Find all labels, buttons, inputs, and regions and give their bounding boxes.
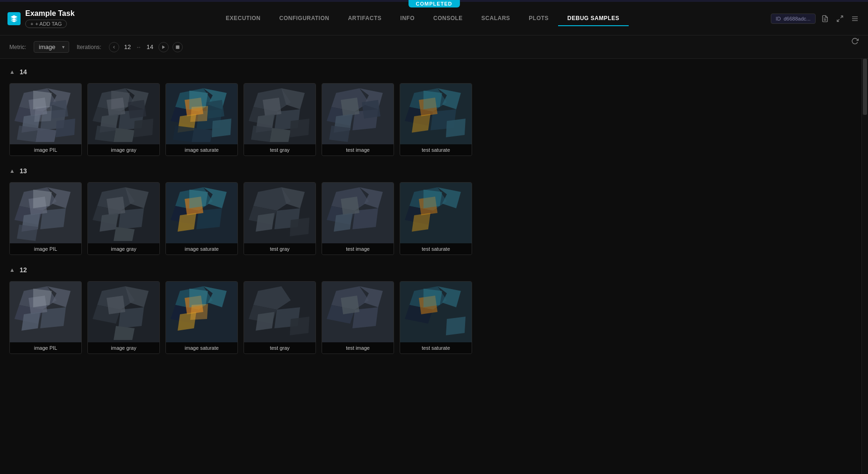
svg-marker-47 <box>190 106 208 122</box>
menu-button[interactable] <box>849 13 861 24</box>
image-card-12-4[interactable]: test image <box>322 281 394 354</box>
iteration-section-14: ▲ 14 <box>9 68 859 156</box>
svg-marker-66 <box>329 126 350 142</box>
chevron-icon-14: ▲ <box>9 69 15 75</box>
iterations-label: Iterations: <box>77 44 101 50</box>
image-card-12-3[interactable]: test gray <box>244 281 316 354</box>
header-right: ID d6688adc... <box>771 13 861 24</box>
svg-marker-149 <box>256 312 274 331</box>
image-grid-14: image PIL <box>9 83 859 156</box>
scrollbar-thumb[interactable] <box>863 59 867 115</box>
svg-marker-107 <box>290 218 309 236</box>
tab-console[interactable]: CONSOLE <box>424 11 472 26</box>
svg-marker-45 <box>212 119 231 137</box>
scrollbar-track[interactable] <box>861 59 868 474</box>
svg-marker-64 <box>362 100 380 119</box>
image-thumbnail-12-3 <box>244 282 316 342</box>
section-num-12: 12 <box>20 266 27 274</box>
image-label-14-5: test saturate <box>400 144 472 156</box>
svg-marker-120 <box>412 213 430 232</box>
image-card-14-5[interactable]: test saturate <box>400 83 472 156</box>
metric-select-wrapper: image <box>34 41 69 53</box>
image-label-12-0: image PIL <box>10 342 81 354</box>
svg-marker-43 <box>173 126 194 142</box>
svg-marker-18 <box>17 126 38 142</box>
image-thumbnail-14-4 <box>322 84 394 144</box>
tab-plots[interactable]: PLOTS <box>519 11 558 26</box>
add-tag-label: + ADD TAG <box>35 21 62 27</box>
section-header-14[interactable]: ▲ 14 <box>9 68 859 76</box>
stop-button[interactable] <box>172 42 183 52</box>
image-label-12-2: image saturate <box>166 342 237 354</box>
image-card-12-2[interactable]: image saturate <box>165 281 238 354</box>
image-label-14-1: image gray <box>88 144 159 156</box>
svg-marker-75 <box>423 91 442 109</box>
image-card-12-1[interactable]: image gray <box>87 281 160 354</box>
tab-execution[interactable]: EXECUTION <box>216 11 270 26</box>
image-thumbnail-13-2 <box>166 183 238 243</box>
section-header-12[interactable]: ▲ 12 <box>9 266 859 274</box>
debug-toolbar: Metric: image Iterations: 12 ↔ 14 <box>0 35 868 59</box>
logo-icon <box>10 14 18 23</box>
image-card-14-1[interactable]: image gray <box>87 83 160 156</box>
image-thumbnail-13-5 <box>400 183 472 243</box>
add-tag-button[interactable]: + + ADD TAG <box>25 20 67 28</box>
task-title: Example Task <box>25 9 75 18</box>
tab-artifacts[interactable]: ARTIFACTS <box>338 11 391 26</box>
svg-marker-84 <box>33 190 52 208</box>
image-card-13-0[interactable]: image PIL <box>9 182 82 255</box>
svg-marker-150 <box>290 317 309 335</box>
image-thumbnail-14-1 <box>88 84 160 144</box>
iteration-separator: ↔ <box>136 44 142 50</box>
hamburger-icon <box>851 15 859 22</box>
image-card-13-1[interactable]: image gray <box>87 182 160 255</box>
image-card-13-5[interactable]: test saturate <box>400 182 472 255</box>
svg-marker-91 <box>100 213 118 232</box>
image-thumbnail-13-3 <box>244 183 316 243</box>
expand-button[interactable] <box>834 13 846 24</box>
svg-line-3 <box>840 16 843 18</box>
image-card-14-0[interactable]: image PIL <box>9 83 82 156</box>
image-label-13-1: image gray <box>88 243 159 255</box>
svg-marker-156 <box>341 296 359 314</box>
iteration-section-13: ▲ 13 image <box>9 167 859 255</box>
image-card-13-3[interactable]: test gray <box>244 182 316 255</box>
tab-info[interactable]: INFO <box>391 11 424 26</box>
metric-select[interactable]: image <box>34 41 69 53</box>
image-label-13-4: test image <box>322 243 394 255</box>
svg-marker-33 <box>134 119 153 137</box>
notes-button[interactable] <box>819 13 831 24</box>
tab-scalars[interactable]: SCALARS <box>472 11 520 26</box>
svg-marker-53 <box>263 98 281 116</box>
image-card-12-5[interactable]: test saturate <box>400 281 472 354</box>
image-grid-13: image PIL image gray <box>9 182 859 255</box>
image-thumbnail-12-0 <box>10 282 82 342</box>
expand-icon <box>836 15 844 22</box>
svg-marker-74 <box>446 119 466 137</box>
prev-iteration-button[interactable] <box>109 42 119 52</box>
image-thumbnail-12-2 <box>166 282 238 342</box>
stop-icon <box>175 45 180 50</box>
image-card-14-4[interactable]: test image <box>322 83 394 156</box>
section-num-14: 14 <box>20 68 27 76</box>
section-num-13: 13 <box>20 167 27 175</box>
svg-marker-8 <box>162 45 165 49</box>
refresh-button[interactable] <box>851 37 859 46</box>
tab-configuration[interactable]: CONFIGURATION <box>270 11 339 26</box>
image-card-12-0[interactable]: image PIL <box>9 281 82 354</box>
image-thumbnail-12-4 <box>322 282 394 342</box>
svg-marker-41 <box>206 100 224 119</box>
image-label-13-5: test saturate <box>400 243 472 255</box>
svg-marker-121 <box>423 190 442 208</box>
svg-marker-32 <box>114 128 135 142</box>
image-card-14-2[interactable]: image saturate <box>165 83 238 156</box>
tab-debug-samples[interactable]: DEBUG SAMPLES <box>558 11 629 26</box>
section-header-13[interactable]: ▲ 13 <box>9 167 859 175</box>
image-card-14-3[interactable]: test gray <box>244 83 316 156</box>
play-button[interactable] <box>158 42 169 52</box>
image-card-13-2[interactable]: image saturate <box>165 182 238 255</box>
status-badge: COMPLETED <box>408 0 459 7</box>
svg-marker-106 <box>256 213 274 232</box>
svg-marker-135 <box>107 296 125 314</box>
image-card-13-4[interactable]: test image <box>322 182 394 255</box>
